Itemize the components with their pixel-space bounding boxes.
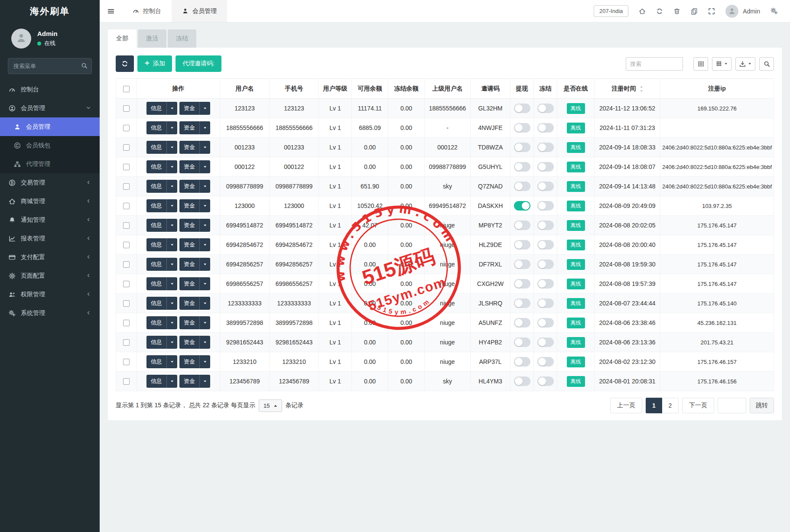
row-checkbox[interactable] <box>123 125 130 131</box>
per-page-select[interactable]: 15 <box>259 399 282 412</box>
filter-tab-2[interactable]: 冻结 <box>168 29 196 48</box>
fund-dropdown-button[interactable]: 资金 <box>179 355 210 368</box>
info-dropdown-button[interactable]: 信息 <box>146 141 177 154</box>
refresh-icon[interactable] <box>656 8 663 15</box>
freeze-toggle[interactable] <box>537 221 554 230</box>
freeze-toggle[interactable] <box>537 376 554 386</box>
filter-tab-0[interactable]: 全部 <box>108 29 137 48</box>
row-checkbox[interactable] <box>123 300 130 307</box>
home-icon[interactable] <box>639 8 646 15</box>
withdraw-toggle[interactable] <box>514 318 530 328</box>
freeze-toggle[interactable] <box>537 201 554 211</box>
filter-tab-1[interactable]: 激活 <box>138 29 166 48</box>
row-checkbox[interactable] <box>123 203 130 209</box>
sidebar-item-5[interactable]: 交易管理 <box>0 173 100 192</box>
navbar-user[interactable]: Admin <box>725 5 760 18</box>
withdraw-toggle[interactable] <box>514 201 530 211</box>
fund-dropdown-button[interactable]: 资金 <box>179 316 210 329</box>
freeze-toggle[interactable] <box>537 104 554 113</box>
hamburger-menu-icon[interactable] <box>100 0 122 22</box>
export-button[interactable] <box>735 57 755 71</box>
info-dropdown-button[interactable]: 信息 <box>146 277 177 290</box>
fund-dropdown-button[interactable]: 资金 <box>179 375 210 388</box>
row-checkbox[interactable] <box>123 144 130 151</box>
settings-cogs-icon[interactable] <box>770 7 778 15</box>
region-button[interactable]: 207-India <box>594 5 628 17</box>
row-checkbox[interactable] <box>123 320 130 326</box>
sidebar-search-input[interactable] <box>8 58 92 74</box>
fund-dropdown-button[interactable]: 资金 <box>179 277 210 290</box>
freeze-toggle[interactable] <box>537 318 554 328</box>
sidebar-item-12[interactable]: 系统管理 <box>0 304 100 322</box>
row-checkbox[interactable] <box>123 339 130 346</box>
sidebar-item-7[interactable]: 通知管理 <box>0 211 100 229</box>
freeze-toggle[interactable] <box>537 123 554 133</box>
trash-icon[interactable] <box>673 8 680 15</box>
row-checkbox[interactable] <box>123 242 130 248</box>
freeze-toggle[interactable] <box>537 260 554 269</box>
prev-page-button[interactable]: 上一页 <box>610 398 642 413</box>
info-dropdown-button[interactable]: 信息 <box>146 336 177 349</box>
withdraw-toggle[interactable] <box>514 279 530 289</box>
sidebar-item-9[interactable]: 支付配置 <box>0 248 100 266</box>
fund-dropdown-button[interactable]: 资金 <box>179 297 210 310</box>
next-page-button[interactable]: 下一页 <box>682 398 714 413</box>
info-dropdown-button[interactable]: 信息 <box>146 258 177 271</box>
toggle-view-button[interactable] <box>693 57 708 71</box>
info-dropdown-button[interactable]: 信息 <box>146 355 177 368</box>
freeze-toggle[interactable] <box>537 357 554 367</box>
sidebar-item-10[interactable]: 页面配置 <box>0 266 100 285</box>
sidebar-item-8[interactable]: 报表管理 <box>0 229 100 248</box>
info-dropdown-button[interactable]: 信息 <box>146 375 177 388</box>
fund-dropdown-button[interactable]: 资金 <box>179 180 210 193</box>
withdraw-toggle[interactable] <box>514 104 530 113</box>
sidebar-item-sub-4[interactable]: 代理管理 <box>0 155 100 173</box>
add-button[interactable]: 添加 <box>137 55 172 72</box>
sidebar-item-6[interactable]: 商城管理 <box>0 192 100 211</box>
jump-page-input[interactable] <box>718 398 746 413</box>
page-button-1[interactable]: 1 <box>646 398 662 413</box>
search-button[interactable] <box>759 57 774 71</box>
jump-button[interactable]: 跳转 <box>750 398 774 413</box>
withdraw-toggle[interactable] <box>514 298 530 308</box>
row-checkbox[interactable] <box>123 281 130 287</box>
table-search-input[interactable] <box>626 57 683 71</box>
withdraw-toggle[interactable] <box>514 143 530 152</box>
fund-dropdown-button[interactable]: 资金 <box>179 102 210 115</box>
fund-dropdown-button[interactable]: 资金 <box>179 199 210 212</box>
sidebar-item-sub-3[interactable]: 会员钱包 <box>0 136 100 155</box>
withdraw-toggle[interactable] <box>514 123 530 133</box>
sidebar-item-1[interactable]: 会员管理 <box>0 99 100 117</box>
withdraw-toggle[interactable] <box>514 162 530 172</box>
info-dropdown-button[interactable]: 信息 <box>146 219 177 232</box>
info-dropdown-button[interactable]: 信息 <box>146 102 177 115</box>
fund-dropdown-button[interactable]: 资金 <box>179 141 210 154</box>
withdraw-toggle[interactable] <box>514 260 530 269</box>
select-all-checkbox[interactable] <box>123 86 130 92</box>
withdraw-toggle[interactable] <box>514 240 530 250</box>
info-dropdown-button[interactable]: 信息 <box>146 199 177 212</box>
row-checkbox[interactable] <box>123 222 130 229</box>
withdraw-toggle[interactable] <box>514 376 530 386</box>
columns-button[interactable] <box>712 57 731 71</box>
withdraw-toggle[interactable] <box>514 221 530 230</box>
agent-invite-code-button[interactable]: 代理邀请码: <box>176 55 221 72</box>
row-checkbox[interactable] <box>123 378 130 385</box>
fund-dropdown-button[interactable]: 资金 <box>179 160 210 173</box>
fund-dropdown-button[interactable]: 资金 <box>179 258 210 271</box>
info-dropdown-button[interactable]: 信息 <box>146 297 177 310</box>
info-dropdown-button[interactable]: 信息 <box>146 160 177 173</box>
nav-tab-0[interactable]: 控制台 <box>122 0 172 22</box>
withdraw-toggle[interactable] <box>514 357 530 367</box>
row-checkbox[interactable] <box>123 183 130 190</box>
freeze-toggle[interactable] <box>537 143 554 152</box>
row-checkbox[interactable] <box>123 164 130 170</box>
copy-icon[interactable] <box>691 8 698 15</box>
freeze-toggle[interactable] <box>537 162 554 172</box>
row-checkbox[interactable] <box>123 261 130 268</box>
row-checkbox[interactable] <box>123 359 130 365</box>
sidebar-item-11[interactable]: 权限管理 <box>0 285 100 304</box>
info-dropdown-button[interactable]: 信息 <box>146 238 177 251</box>
withdraw-toggle[interactable] <box>514 337 530 347</box>
nav-tab-1[interactable]: 会员管理 <box>172 0 227 22</box>
